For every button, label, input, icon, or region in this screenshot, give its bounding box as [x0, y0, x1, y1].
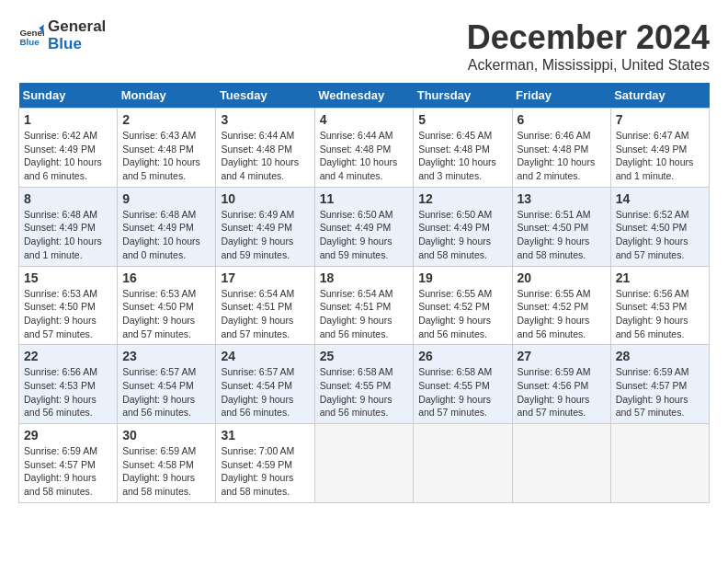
day-cell: 21Sunrise: 6:56 AM Sunset: 4:53 PM Dayli…: [610, 266, 709, 345]
day-detail: Sunrise: 6:55 AM Sunset: 4:52 PM Dayligh…: [418, 288, 492, 339]
day-number: 13: [518, 191, 606, 206]
day-number: 18: [320, 270, 409, 285]
day-number: 9: [122, 191, 210, 206]
day-number: 27: [518, 349, 606, 363]
day-detail: Sunrise: 6:50 AM Sunset: 4:49 PM Dayligh…: [320, 209, 393, 260]
day-cell: 25Sunrise: 6:58 AM Sunset: 4:55 PM Dayli…: [314, 345, 414, 424]
day-cell: 8Sunrise: 6:48 AM Sunset: 4:49 PM Daylig…: [19, 187, 118, 266]
day-number: 4: [320, 112, 409, 127]
weekday-header-friday: Friday: [512, 83, 610, 109]
day-detail: Sunrise: 6:42 AM Sunset: 4:49 PM Dayligh…: [24, 130, 102, 181]
day-cell: 19Sunrise: 6:55 AM Sunset: 4:52 PM Dayli…: [414, 266, 512, 345]
day-cell: 30Sunrise: 6:59 AM Sunset: 4:58 PM Dayli…: [118, 424, 216, 503]
day-number: 12: [418, 191, 506, 206]
day-cell: 23Sunrise: 6:57 AM Sunset: 4:54 PM Dayli…: [118, 345, 216, 424]
day-detail: Sunrise: 6:47 AM Sunset: 4:49 PM Dayligh…: [616, 130, 694, 181]
day-cell: [314, 424, 414, 503]
day-detail: Sunrise: 6:43 AM Sunset: 4:48 PM Dayligh…: [122, 130, 200, 181]
weekday-header-sunday: Sunday: [19, 83, 118, 109]
day-number: 1: [24, 112, 112, 127]
day-cell: 20Sunrise: 6:55 AM Sunset: 4:52 PM Dayli…: [512, 266, 610, 345]
day-number: 11: [320, 191, 409, 206]
day-number: 29: [24, 428, 112, 442]
day-detail: Sunrise: 6:44 AM Sunset: 4:48 PM Dayligh…: [221, 130, 299, 181]
day-cell: 31Sunrise: 7:00 AM Sunset: 4:59 PM Dayli…: [216, 424, 314, 503]
day-number: 31: [221, 428, 309, 442]
day-number: 22: [24, 349, 112, 363]
day-cell: 6Sunrise: 6:46 AM Sunset: 4:48 PM Daylig…: [512, 109, 610, 188]
location: Ackerman, Mississippi, United States: [467, 57, 710, 74]
day-cell: 7Sunrise: 6:47 AM Sunset: 4:49 PM Daylig…: [610, 109, 709, 188]
day-detail: Sunrise: 6:55 AM Sunset: 4:52 PM Dayligh…: [518, 288, 591, 339]
day-cell: 22Sunrise: 6:56 AM Sunset: 4:53 PM Dayli…: [19, 345, 118, 424]
day-cell: 14Sunrise: 6:52 AM Sunset: 4:50 PM Dayli…: [610, 187, 709, 266]
day-number: 10: [221, 191, 309, 206]
week-row-1: 1Sunrise: 6:42 AM Sunset: 4:49 PM Daylig…: [19, 109, 710, 188]
weekday-header-thursday: Thursday: [414, 83, 512, 109]
day-number: 6: [518, 112, 606, 127]
weekday-header-saturday: Saturday: [610, 83, 709, 109]
day-detail: Sunrise: 6:58 AM Sunset: 4:55 PM Dayligh…: [418, 366, 492, 418]
day-number: 25: [320, 349, 409, 363]
day-detail: Sunrise: 6:54 AM Sunset: 4:51 PM Dayligh…: [320, 288, 393, 339]
day-number: 21: [616, 270, 704, 285]
svg-text:Blue: Blue: [19, 36, 40, 46]
day-cell: 16Sunrise: 6:53 AM Sunset: 4:50 PM Dayli…: [118, 266, 216, 345]
day-number: 23: [122, 349, 210, 363]
day-number: 2: [122, 112, 210, 127]
day-number: 19: [418, 270, 506, 285]
day-detail: Sunrise: 6:46 AM Sunset: 4:48 PM Dayligh…: [518, 130, 596, 181]
logo-icon: General Blue: [18, 23, 44, 49]
day-number: 5: [418, 112, 506, 127]
day-cell: 12Sunrise: 6:50 AM Sunset: 4:49 PM Dayli…: [414, 187, 512, 266]
day-number: 20: [518, 270, 606, 285]
day-cell: 4Sunrise: 6:44 AM Sunset: 4:48 PM Daylig…: [314, 109, 414, 188]
day-number: 30: [122, 428, 210, 442]
day-detail: Sunrise: 6:57 AM Sunset: 4:54 PM Dayligh…: [122, 366, 196, 418]
day-detail: Sunrise: 6:59 AM Sunset: 4:57 PM Dayligh…: [24, 445, 97, 497]
day-cell: [512, 424, 610, 503]
day-number: 8: [24, 191, 112, 206]
logo-general: General: [48, 18, 106, 36]
day-detail: Sunrise: 6:57 AM Sunset: 4:54 PM Dayligh…: [221, 366, 294, 418]
day-cell: 10Sunrise: 6:49 AM Sunset: 4:49 PM Dayli…: [216, 187, 314, 266]
weekday-header-row: SundayMondayTuesdayWednesdayThursdayFrid…: [19, 83, 710, 109]
day-number: 7: [616, 112, 704, 127]
day-detail: Sunrise: 6:44 AM Sunset: 4:48 PM Dayligh…: [320, 130, 398, 181]
week-row-2: 8Sunrise: 6:48 AM Sunset: 4:49 PM Daylig…: [19, 187, 710, 266]
day-number: 14: [616, 191, 704, 206]
day-cell: 11Sunrise: 6:50 AM Sunset: 4:49 PM Dayli…: [314, 187, 414, 266]
day-cell: 2Sunrise: 6:43 AM Sunset: 4:48 PM Daylig…: [118, 109, 216, 188]
day-cell: 24Sunrise: 6:57 AM Sunset: 4:54 PM Dayli…: [216, 345, 314, 424]
day-detail: Sunrise: 6:54 AM Sunset: 4:51 PM Dayligh…: [221, 288, 294, 339]
day-cell: 15Sunrise: 6:53 AM Sunset: 4:50 PM Dayli…: [19, 266, 118, 345]
calendar-table: SundayMondayTuesdayWednesdayThursdayFrid…: [18, 83, 710, 503]
day-detail: Sunrise: 6:53 AM Sunset: 4:50 PM Dayligh…: [24, 288, 97, 339]
day-detail: Sunrise: 6:48 AM Sunset: 4:49 PM Dayligh…: [24, 209, 102, 260]
day-cell: 13Sunrise: 6:51 AM Sunset: 4:50 PM Dayli…: [512, 187, 610, 266]
day-detail: Sunrise: 6:59 AM Sunset: 4:56 PM Dayligh…: [518, 366, 591, 418]
logo-blue: Blue: [48, 36, 106, 53]
day-number: 15: [24, 270, 112, 285]
weekday-header-tuesday: Tuesday: [216, 83, 314, 109]
day-detail: Sunrise: 6:49 AM Sunset: 4:49 PM Dayligh…: [221, 209, 294, 260]
day-cell: 17Sunrise: 6:54 AM Sunset: 4:51 PM Dayli…: [216, 266, 314, 345]
day-cell: 28Sunrise: 6:59 AM Sunset: 4:57 PM Dayli…: [610, 345, 709, 424]
weekday-header-wednesday: Wednesday: [314, 83, 414, 109]
day-cell: 1Sunrise: 6:42 AM Sunset: 4:49 PM Daylig…: [19, 109, 118, 188]
day-detail: Sunrise: 6:48 AM Sunset: 4:49 PM Dayligh…: [122, 209, 200, 260]
day-cell: 29Sunrise: 6:59 AM Sunset: 4:57 PM Dayli…: [19, 424, 118, 503]
logo: General Blue General Blue: [18, 18, 106, 52]
day-detail: Sunrise: 6:50 AM Sunset: 4:49 PM Dayligh…: [418, 209, 492, 260]
day-number: 3: [221, 112, 309, 127]
week-row-4: 22Sunrise: 6:56 AM Sunset: 4:53 PM Dayli…: [19, 345, 710, 424]
day-cell: 9Sunrise: 6:48 AM Sunset: 4:49 PM Daylig…: [118, 187, 216, 266]
day-detail: Sunrise: 6:56 AM Sunset: 4:53 PM Dayligh…: [24, 366, 97, 418]
weekday-header-monday: Monday: [118, 83, 216, 109]
day-number: 17: [221, 270, 309, 285]
day-number: 16: [122, 270, 210, 285]
day-number: 24: [221, 349, 309, 363]
day-detail: Sunrise: 6:59 AM Sunset: 4:58 PM Dayligh…: [122, 445, 196, 497]
day-cell: [414, 424, 512, 503]
day-detail: Sunrise: 6:53 AM Sunset: 4:50 PM Dayligh…: [122, 288, 196, 339]
